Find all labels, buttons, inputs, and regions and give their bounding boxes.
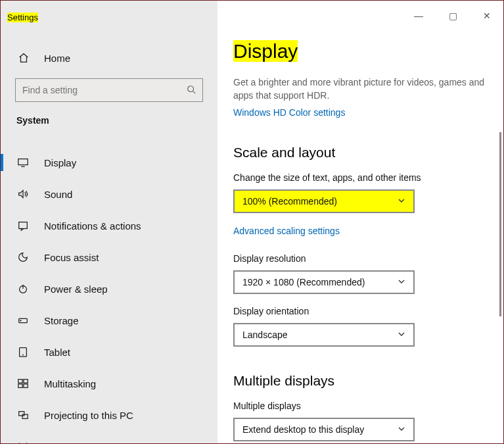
chevron-down-icon bbox=[398, 424, 405, 435]
scale-label: Change the size of text, apps, and other… bbox=[233, 172, 485, 183]
projecting-icon bbox=[16, 408, 30, 422]
multi-label: Multiple displays bbox=[233, 401, 485, 411]
home-icon bbox=[18, 52, 30, 64]
search-icon bbox=[187, 85, 196, 96]
sidebar-item-label: Sound bbox=[44, 189, 72, 200]
multi-value: Extend desktop to this display bbox=[242, 424, 364, 435]
power-icon bbox=[16, 282, 30, 295]
multitasking-icon bbox=[16, 377, 30, 390]
sidebar-item-focus-assist[interactable]: Focus assist bbox=[1, 241, 218, 273]
search-input[interactable] bbox=[15, 78, 203, 102]
sidebar-item-display[interactable]: Display bbox=[1, 147, 218, 178]
home-button[interactable]: Home bbox=[1, 43, 218, 73]
sidebar-item-label: Tablet bbox=[44, 347, 70, 358]
hdr-description: Get a brighter and more vibrant picture … bbox=[233, 76, 485, 103]
resolution-dropdown[interactable]: 1920 × 1080 (Recommended) bbox=[233, 270, 415, 294]
multiple-displays-dropdown[interactable]: Extend desktop to this display bbox=[233, 418, 415, 441]
sidebar-item-label: Storage bbox=[44, 315, 79, 326]
sidebar: Settings Home System Display bbox=[1, 1, 218, 443]
svg-rect-9 bbox=[18, 384, 22, 387]
display-icon bbox=[16, 156, 30, 169]
chevron-down-icon bbox=[398, 277, 405, 287]
sidebar-item-multitasking[interactable]: Multitasking bbox=[1, 368, 218, 399]
sidebar-item-power[interactable]: Power & sleep bbox=[1, 273, 218, 305]
orientation-value: Landscape bbox=[242, 330, 288, 340]
window-controls: — ▢ ✕ bbox=[407, 7, 498, 24]
sound-icon bbox=[16, 187, 30, 201]
advanced-scaling-link[interactable]: Advanced scaling settings bbox=[233, 226, 340, 236]
sidebar-item-label: Shared experiences bbox=[44, 441, 131, 445]
resolution-value: 1920 × 1080 (Recommended) bbox=[242, 277, 365, 287]
sidebar-item-projecting[interactable]: Projecting to this PC bbox=[1, 399, 218, 431]
search-field[interactable] bbox=[22, 85, 187, 95]
notifications-icon bbox=[16, 219, 30, 232]
orientation-dropdown[interactable]: Landscape bbox=[233, 323, 415, 347]
sidebar-item-label: Projecting to this PC bbox=[44, 410, 133, 421]
minimize-button[interactable]: — bbox=[407, 7, 430, 24]
page-title: Display bbox=[233, 40, 485, 62]
chevron-down-icon bbox=[398, 196, 405, 207]
section-label-system: System bbox=[1, 114, 218, 130]
sidebar-item-tablet[interactable]: Tablet bbox=[1, 336, 218, 368]
sidebar-item-shared[interactable]: Shared experiences bbox=[1, 431, 218, 444]
scrollbar[interactable] bbox=[499, 132, 501, 316]
maximize-button[interactable]: ▢ bbox=[442, 7, 464, 24]
svg-rect-11 bbox=[19, 412, 24, 416]
nav-list: Display Sound Notifications & actions Fo… bbox=[1, 147, 218, 444]
sidebar-item-label: Display bbox=[44, 157, 76, 168]
svg-rect-6 bbox=[20, 348, 27, 357]
sidebar-item-notifications[interactable]: Notifications & actions bbox=[1, 210, 218, 241]
content-area: Display Get a brighter and more vibrant … bbox=[218, 1, 503, 443]
svg-rect-2 bbox=[19, 222, 28, 229]
svg-point-0 bbox=[188, 86, 194, 91]
sidebar-item-label: Notifications & actions bbox=[44, 220, 141, 232]
scale-dropdown[interactable]: 100% (Recommended) bbox=[233, 189, 415, 213]
sidebar-item-label: Focus assist bbox=[44, 252, 99, 263]
svg-point-5 bbox=[20, 320, 21, 321]
home-label: Home bbox=[44, 53, 70, 64]
resolution-label: Display resolution bbox=[233, 253, 485, 264]
svg-rect-1 bbox=[18, 159, 28, 165]
sidebar-item-label: Multitasking bbox=[44, 378, 96, 389]
chevron-down-icon bbox=[398, 330, 405, 340]
app-title: Settings bbox=[7, 12, 38, 22]
hdr-settings-link[interactable]: Windows HD Color settings bbox=[233, 107, 345, 118]
svg-rect-12 bbox=[22, 414, 28, 418]
storage-icon bbox=[16, 314, 30, 327]
section-multiple-displays: Multiple displays bbox=[233, 373, 485, 389]
sidebar-item-storage[interactable]: Storage bbox=[1, 305, 218, 336]
svg-rect-8 bbox=[24, 380, 28, 383]
close-button[interactable]: ✕ bbox=[476, 7, 498, 24]
svg-rect-7 bbox=[18, 380, 22, 383]
tablet-icon bbox=[16, 345, 30, 358]
orientation-label: Display orientation bbox=[233, 306, 485, 316]
svg-rect-10 bbox=[24, 384, 28, 387]
focus-assist-icon bbox=[16, 251, 30, 264]
sidebar-item-sound[interactable]: Sound bbox=[1, 178, 218, 210]
sidebar-item-label: Power & sleep bbox=[44, 284, 108, 295]
section-scale-layout: Scale and layout bbox=[233, 145, 485, 160]
scale-value: 100% (Recommended) bbox=[242, 196, 337, 207]
shared-icon bbox=[16, 440, 30, 444]
